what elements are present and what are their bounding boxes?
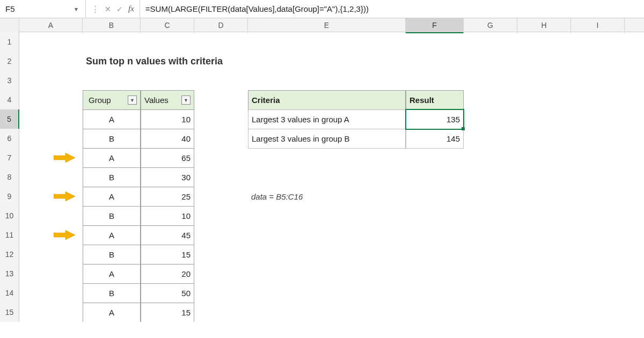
cell-I2[interactable] — [571, 52, 625, 71]
cell-I13[interactable] — [571, 264, 625, 284]
cell-I6[interactable] — [571, 129, 625, 149]
cell-F3[interactable] — [406, 71, 464, 91]
cell-I1[interactable] — [571, 32, 625, 52]
cell-B6[interactable]: B — [83, 129, 141, 149]
row-header-4[interactable]: 4 — [0, 90, 19, 110]
cell-F13[interactable] — [406, 264, 464, 284]
cell-E4[interactable]: Criteria — [248, 90, 406, 110]
cell-C8[interactable]: 30 — [141, 167, 194, 187]
cell-D9[interactable] — [194, 187, 248, 207]
cell-D2[interactable] — [194, 52, 248, 71]
cell-B1[interactable] — [83, 32, 141, 52]
cell-F5[interactable]: 135 — [406, 109, 464, 129]
cell-G13[interactable] — [464, 264, 517, 284]
cell-D1[interactable] — [194, 32, 248, 52]
cell-G14[interactable] — [464, 283, 517, 303]
cell-D15[interactable] — [194, 303, 248, 322]
cell-H11[interactable] — [517, 225, 571, 245]
row-header-8[interactable]: 8 — [0, 167, 19, 187]
cell-E2[interactable] — [248, 52, 406, 71]
cell-B10[interactable]: B — [83, 206, 141, 226]
cell-B2[interactable]: Sum top n values with criteria — [83, 52, 141, 71]
cell-F11[interactable] — [406, 225, 464, 245]
cell-I3[interactable] — [571, 71, 625, 91]
cell-F6[interactable]: 145 — [406, 129, 464, 149]
cell-A15[interactable] — [19, 303, 83, 322]
column-header-G[interactable]: G — [464, 18, 517, 33]
select-all-corner[interactable] — [0, 18, 19, 33]
cell-A5[interactable] — [19, 109, 83, 129]
cell-C12[interactable]: 15 — [141, 245, 194, 264]
cell-C7[interactable]: 65 — [141, 148, 194, 168]
column-header-C[interactable]: C — [141, 18, 194, 33]
cell-B4[interactable]: Group▼ — [83, 90, 141, 110]
cell-C5[interactable]: 10 — [141, 109, 194, 129]
cell-E9[interactable]: data = B5:C16 — [248, 187, 406, 207]
row-header-13[interactable]: 13 — [0, 264, 19, 284]
column-header-B[interactable]: B — [83, 18, 141, 33]
cell-C4[interactable]: Values▼ — [141, 90, 194, 110]
cell-I5[interactable] — [571, 109, 625, 129]
cell-F1[interactable] — [406, 32, 464, 52]
cell-F9[interactable] — [406, 187, 464, 207]
formula-input[interactable]: =SUM(LARGE(FILTER(data[Values],data[Grou… — [140, 0, 644, 18]
cell-C13[interactable]: 20 — [141, 264, 194, 284]
cell-A1[interactable] — [19, 32, 83, 52]
cell-F14[interactable] — [406, 283, 464, 303]
column-header-E[interactable]: E — [248, 18, 406, 33]
cell-I9[interactable] — [571, 187, 625, 207]
cell-I12[interactable] — [571, 245, 625, 264]
cell-I11[interactable] — [571, 225, 625, 245]
cell-C6[interactable]: 40 — [141, 129, 194, 149]
cell-D8[interactable] — [194, 167, 248, 187]
cell-E7[interactable] — [248, 148, 406, 168]
cell-I8[interactable] — [571, 167, 625, 187]
cell-G12[interactable] — [464, 245, 517, 264]
cell-F15[interactable] — [406, 303, 464, 322]
cell-B15[interactable]: A — [83, 303, 141, 322]
row-header-6[interactable]: 6 — [0, 129, 19, 149]
column-header-I[interactable]: I — [571, 18, 625, 33]
name-box[interactable]: F5 ▾ — [0, 0, 86, 18]
cell-C3[interactable] — [141, 71, 194, 91]
row-header-11[interactable]: 11 — [0, 225, 19, 245]
cell-G1[interactable] — [464, 32, 517, 52]
cell-B5[interactable]: A — [83, 109, 141, 129]
cell-A2[interactable] — [19, 52, 83, 71]
cell-H5[interactable] — [517, 109, 571, 129]
cell-F8[interactable] — [406, 167, 464, 187]
row-header-1[interactable]: 1 — [0, 32, 19, 52]
cell-I4[interactable] — [571, 90, 625, 110]
cell-H3[interactable] — [517, 71, 571, 91]
cell-D3[interactable] — [194, 71, 248, 91]
row-header-2[interactable]: 2 — [0, 52, 19, 71]
cell-H7[interactable] — [517, 148, 571, 168]
cell-A4[interactable] — [19, 90, 83, 110]
cell-E10[interactable] — [248, 206, 406, 226]
cell-F7[interactable] — [406, 148, 464, 168]
cell-B14[interactable]: B — [83, 283, 141, 303]
cell-A3[interactable] — [19, 71, 83, 91]
row-header-14[interactable]: 14 — [0, 283, 19, 303]
cell-A13[interactable] — [19, 264, 83, 284]
cell-H1[interactable] — [517, 32, 571, 52]
column-header-D[interactable]: D — [194, 18, 248, 33]
cell-H15[interactable] — [517, 303, 571, 322]
cell-E12[interactable] — [248, 245, 406, 264]
fx-icon[interactable]: fx — [128, 4, 134, 13]
cell-B7[interactable]: A — [83, 148, 141, 168]
cell-H6[interactable] — [517, 129, 571, 149]
cell-B3[interactable] — [83, 71, 141, 91]
cell-G9[interactable] — [464, 187, 517, 207]
cell-F2[interactable] — [406, 52, 464, 71]
cell-D12[interactable] — [194, 245, 248, 264]
cell-H13[interactable] — [517, 264, 571, 284]
cell-H9[interactable] — [517, 187, 571, 207]
row-header-15[interactable]: 15 — [0, 303, 19, 322]
cell-A12[interactable] — [19, 245, 83, 264]
cell-G7[interactable] — [464, 148, 517, 168]
cell-F12[interactable] — [406, 245, 464, 264]
row-header-3[interactable]: 3 — [0, 71, 19, 91]
cell-G8[interactable] — [464, 167, 517, 187]
cell-D7[interactable] — [194, 148, 248, 168]
